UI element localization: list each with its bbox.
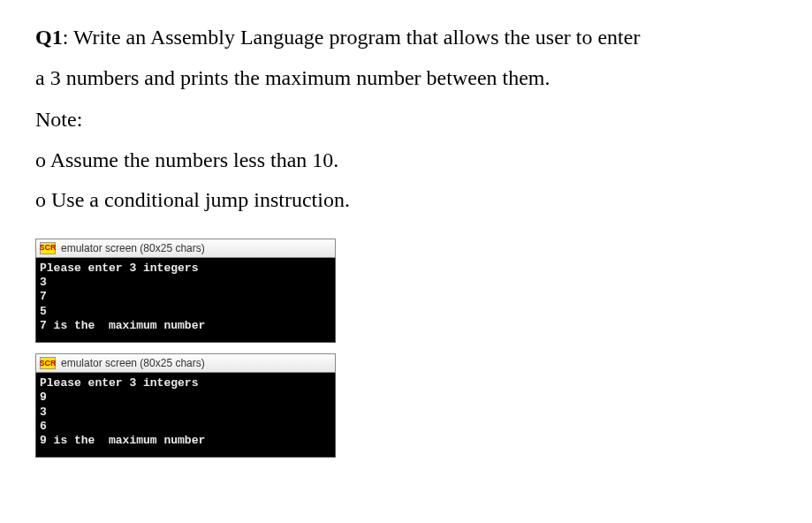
question-line2: a 3 numbers and prints the maximum numbe… bbox=[35, 58, 777, 99]
bullet-2: o Use a conditional jump instruction. bbox=[35, 180, 777, 221]
question-label: Q1 bbox=[35, 26, 63, 49]
console-line: 5 bbox=[40, 305, 330, 319]
emulator-screen-1: Please enter 3 integers 3 7 5 7 is the m… bbox=[35, 258, 336, 343]
emulator-titlebar-1: SCR emulator screen (80x25 chars) bbox=[35, 239, 336, 258]
note-label: Note: bbox=[35, 100, 777, 140]
emulator-window-1: SCR emulator screen (80x25 chars) Please… bbox=[35, 239, 336, 343]
bullet-1: o Assume the numbers less than 10. bbox=[35, 140, 777, 181]
console-line: 9 bbox=[40, 390, 330, 405]
console-line: Please enter 3 integers bbox=[40, 376, 330, 390]
emulator-screen-2: Please enter 3 integers 9 3 6 9 is the m… bbox=[35, 373, 336, 458]
console-line: 3 bbox=[40, 276, 330, 290]
emulator-title-text: emulator screen (80x25 chars) bbox=[61, 358, 205, 368]
question-line1: Q1: Write an Assembly Language program t… bbox=[35, 18, 777, 58]
question-text-part1: : Write an Assembly Language program tha… bbox=[63, 26, 641, 49]
console-line: 9 is the maximum number bbox=[40, 434, 330, 448]
console-line: 3 bbox=[40, 406, 330, 420]
console-line: 7 is the maximum number bbox=[40, 319, 330, 333]
emulator-titlebar-2: SCR emulator screen (80x25 chars) bbox=[35, 353, 336, 373]
question-block: Q1: Write an Assembly Language program t… bbox=[35, 18, 777, 221]
emulator-title-text: emulator screen (80x25 chars) bbox=[61, 243, 205, 254]
console-line: 7 bbox=[40, 290, 330, 304]
emulator-window-2: SCR emulator screen (80x25 chars) Please… bbox=[35, 353, 336, 458]
console-line: 6 bbox=[40, 420, 330, 434]
emulator-icon: SCR bbox=[40, 357, 56, 369]
console-line: Please enter 3 integers bbox=[40, 262, 330, 276]
emulator-icon: SCR bbox=[40, 242, 56, 254]
